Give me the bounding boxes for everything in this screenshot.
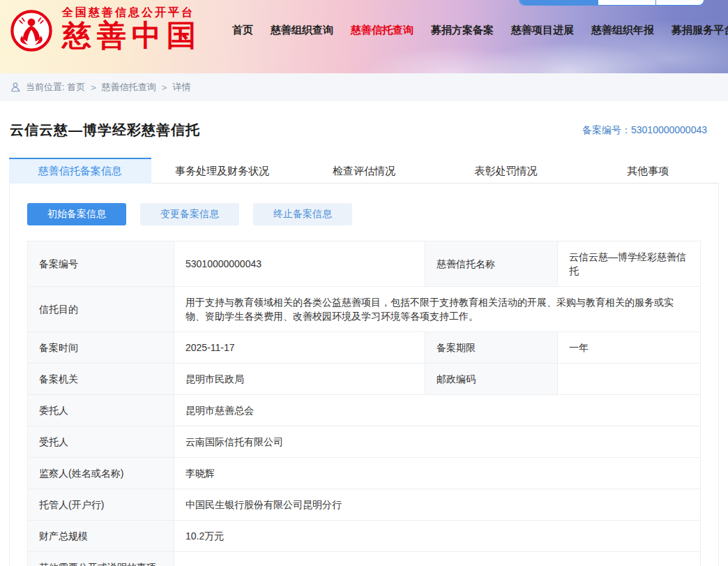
field-value: 昆明市慈善总会 — [174, 395, 701, 426]
field-label: 备案期限 — [425, 332, 558, 364]
record-number: 备案编号：53010000000043 — [582, 124, 707, 137]
initial-record-button[interactable]: 初始备案信息 — [27, 203, 126, 225]
header-search-widget-segment — [520, 0, 598, 5]
field-value: 2025-11-17 — [174, 332, 425, 364]
breadcrumb: 当前位置: 首页 > 慈善信托查询 > 详情 — [0, 73, 728, 101]
location-person-icon — [10, 82, 21, 93]
field-label: 其他需要公开或说明的事项 — [28, 552, 174, 566]
table-row-record-date: 备案时间 2025-11-17 备案期限 一年 — [28, 332, 701, 364]
tab-inspection-evaluation[interactable]: 检查评估情况 — [293, 158, 435, 184]
table-row-supervisor: 监察人(姓名或名称) 李晓辉 — [28, 458, 701, 489]
breadcrumb-section[interactable]: 慈善信托查询 — [102, 81, 156, 94]
tab-commendation-punishment[interactable]: 表彰处罚情况 — [435, 158, 577, 184]
record-type-buttons: 初始备案信息 变更备案信息 终止备案信息 — [27, 203, 701, 225]
nav-item-fundraising-service[interactable]: 募捐服务平台 — [672, 24, 728, 37]
brand-name: 慈善中国 — [62, 20, 202, 51]
table-row-total-assets: 财产总规模 10.2万元 — [28, 521, 701, 552]
field-value: 昆明市民政局 — [174, 364, 425, 395]
nav-item-home[interactable]: 首页 — [232, 24, 253, 37]
title-row: 云信云慈—博学经彩慈善信托 备案编号：53010000000043 — [10, 121, 707, 140]
field-value: 云信云慈—博学经彩慈善信托 — [558, 241, 701, 287]
field-label: 慈善信托名称 — [425, 241, 558, 287]
tab-bar: 慈善信托备案信息 事务处理及财务状况 检查评估情况 表彰处罚情况 其他事项 — [9, 158, 719, 184]
termination-record-button[interactable]: 终止备案信息 — [253, 203, 352, 225]
breadcrumb-separator: > — [91, 82, 96, 93]
content-panel: 慈善信托备案信息 事务处理及财务状况 检查评估情况 表彰处罚情况 其他事项 初始… — [9, 158, 719, 566]
nav-item-fundraising-plan[interactable]: 募捐方案备案 — [431, 24, 494, 37]
field-value: 用于支持与教育领域相关的各类公益慈善项目，包括不限于支持教育相关活动的开展、采购… — [174, 287, 701, 332]
page-title: 云信云慈—博学经彩慈善信托 — [10, 121, 200, 140]
field-value: 53010000000043 — [174, 241, 425, 287]
table-row-trust-purpose: 信托目的 用于支持与教育领域相关的各类公益慈善项目，包括不限于支持教育相关活动的… — [28, 287, 701, 332]
breadcrumb-separator: > — [162, 82, 167, 93]
header-search-widget[interactable] — [519, 0, 704, 6]
field-label: 受托人 — [28, 426, 174, 458]
charity-china-logo-icon — [10, 10, 52, 52]
main-nav: 首页 慈善组织查询 慈善信托查询 募捐方案备案 慈善项目进展 慈善组织年报 募捐… — [232, 24, 728, 37]
field-label: 委托人 — [28, 395, 174, 426]
field-value: 李晓辉 — [174, 458, 701, 489]
tab-affairs-finance[interactable]: 事务处理及财务状况 — [151, 158, 294, 184]
tab-other-matters[interactable]: 其他事项 — [577, 158, 719, 184]
field-value — [558, 364, 701, 395]
field-value: 10.2万元 — [174, 521, 701, 552]
field-label: 信托目的 — [28, 287, 174, 332]
detail-table: 备案编号 53010000000043 慈善信托名称 云信云慈—博学经彩慈善信托… — [27, 241, 701, 566]
nav-item-trust-search[interactable]: 慈善信托查询 — [351, 24, 414, 37]
table-row-other-disclosure: 其他需要公开或说明的事项 — [28, 552, 701, 566]
field-label: 财产总规模 — [28, 521, 174, 552]
change-record-button[interactable]: 变更备案信息 — [140, 203, 239, 225]
field-value: 中国民生银行股份有限公司昆明分行 — [174, 489, 701, 521]
field-label: 备案机关 — [28, 364, 174, 395]
table-row-settlor: 委托人 昆明市慈善总会 — [28, 395, 701, 426]
table-row-record-number: 备案编号 53010000000043 慈善信托名称 云信云慈—博学经彩慈善信托 — [28, 241, 701, 287]
record-number-value: 53010000000043 — [631, 124, 707, 135]
table-row-custodian: 托管人(开户行) 中国民生银行股份有限公司昆明分行 — [28, 489, 701, 521]
table-row-trustee: 受托人 云南国际信托有限公司 — [28, 426, 701, 458]
breadcrumb-prefix: 当前位置: — [26, 81, 65, 94]
nav-item-org-search[interactable]: 慈善组织查询 — [271, 24, 333, 37]
table-row-record-authority: 备案机关 昆明市民政局 邮政编码 — [28, 364, 701, 395]
logo-link[interactable]: 全国慈善信息公开平台 慈善中国 — [10, 6, 202, 52]
panel-body: 初始备案信息 变更备案信息 终止备案信息 备案编号 53010000000043… — [9, 184, 719, 566]
breadcrumb-current: 详情 — [172, 81, 190, 94]
field-label: 监察人(姓名或名称) — [28, 458, 174, 489]
field-value: 一年 — [558, 332, 701, 364]
tab-trust-record-info[interactable]: 慈善信托备案信息 — [9, 158, 151, 184]
field-value — [174, 552, 701, 566]
nav-item-project-progress[interactable]: 慈善项目进展 — [511, 24, 574, 37]
field-label: 备案时间 — [28, 332, 174, 364]
field-label: 邮政编码 — [425, 364, 558, 395]
record-number-label: 备案编号： — [582, 124, 631, 135]
field-label: 备案编号 — [28, 241, 174, 287]
field-label: 托管人(开户行) — [28, 489, 174, 521]
breadcrumb-home[interactable]: 首页 — [67, 81, 85, 94]
header-search-widget-divider — [655, 0, 656, 5]
brand-text: 全国慈善信息公开平台 慈善中国 — [62, 6, 202, 52]
site-header: 全国慈善信息公开平台 慈善中国 首页 慈善组织查询 慈善信托查询 募捐方案备案 … — [0, 0, 728, 73]
nav-item-annual-report[interactable]: 慈善组织年报 — [591, 24, 654, 37]
field-value: 云南国际信托有限公司 — [174, 426, 701, 458]
